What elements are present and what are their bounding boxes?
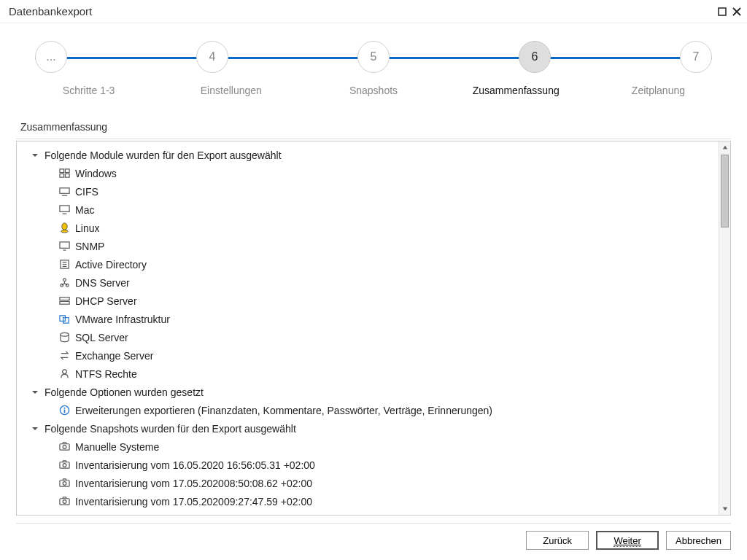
- tree-item-label: Inventarisierung vom 17.05.202008:50:08.…: [75, 478, 312, 489]
- summary-panel: Folgende Module wurden für den Export au…: [16, 141, 731, 516]
- scroll-thumb[interactable]: [721, 155, 729, 228]
- tree-item-label: SQL Server: [75, 332, 128, 343]
- close-button[interactable]: [729, 4, 744, 19]
- tree-section-label: Folgende Snapshots wurden für den Export…: [44, 423, 296, 435]
- svg-point-11: [63, 279, 66, 281]
- back-button[interactable]: Zurück: [526, 531, 589, 550]
- vertical-scrollbar[interactable]: [719, 141, 730, 515]
- tree-item[interactable]: DNS Server: [30, 273, 719, 292]
- tree-section-label: Folgende Optionen wurden gesetzt: [44, 386, 204, 398]
- tree-item[interactable]: Exchange Server: [30, 346, 719, 365]
- svg-point-27: [63, 482, 66, 486]
- tree-section-header[interactable]: Folgende Module wurden für den Export au…: [30, 146, 719, 164]
- svg-rect-9: [59, 242, 69, 248]
- svg-rect-15: [59, 301, 69, 304]
- chevron-down-icon: [30, 424, 40, 434]
- svg-rect-0: [719, 8, 726, 15]
- step-label-2: Einstellungen: [160, 85, 302, 96]
- svg-rect-2: [65, 169, 69, 173]
- window-title: Datenbankexport: [9, 5, 715, 18]
- tree-item[interactable]: SQL Server: [30, 328, 719, 346]
- tree-item[interactable]: Manuelle Systeme: [30, 438, 719, 456]
- svg-point-8: [61, 230, 67, 233]
- step-circle-4[interactable]: 6: [519, 41, 551, 73]
- vmware-icon: [58, 314, 71, 325]
- tree-item-label: DNS Server: [75, 277, 130, 289]
- tree-item[interactable]: Inventarisierung vom 17.05.202008:50:08.…: [30, 474, 719, 492]
- tree-item-label: Erweiterungen exportieren (Finanzdaten, …: [75, 405, 492, 416]
- tree-item-label: SNMP: [75, 241, 104, 252]
- mac-icon: [58, 204, 71, 216]
- svg-point-19: [62, 370, 66, 374]
- step-circle-2[interactable]: 4: [196, 41, 228, 73]
- dhcp-icon: [58, 295, 71, 307]
- scroll-down-button[interactable]: [719, 503, 731, 515]
- svg-rect-4: [65, 174, 69, 177]
- titlebar-buttons: [715, 4, 744, 19]
- svg-rect-14: [59, 298, 69, 300]
- tree-item[interactable]: Inventarisierung vom 16.05.2020 16:56:05…: [30, 456, 719, 474]
- tree-item-label: CIFS: [75, 186, 98, 198]
- summary-tree: Folgende Module wurden für den Export au…: [17, 141, 719, 515]
- close-icon: [732, 7, 741, 16]
- tree-section-header[interactable]: Folgende Optionen wurden gesetzt: [30, 383, 719, 401]
- tree-item-label: VMware Infrastruktur: [75, 314, 170, 325]
- snapshot-icon: [58, 441, 71, 453]
- tree-item-label: Mac: [75, 204, 94, 216]
- wizard-footer: Zurück Weiter Abbrechen: [0, 524, 747, 560]
- step-label-3: Snapshots: [302, 85, 444, 96]
- chevron-down-icon: [30, 387, 40, 397]
- svg-point-18: [60, 332, 68, 336]
- tree-item[interactable]: Mac: [30, 201, 719, 219]
- maximize-button[interactable]: [715, 4, 729, 19]
- section-title: Zusammenfassung: [20, 121, 727, 133]
- svg-rect-17: [63, 318, 69, 324]
- svg-rect-3: [59, 174, 63, 177]
- tree-item[interactable]: CIFS: [30, 182, 719, 201]
- snapshot-icon: [58, 459, 71, 471]
- scroll-up-button[interactable]: [719, 141, 731, 153]
- tree-section-header[interactable]: Folgende Snapshots wurden für den Export…: [30, 419, 719, 438]
- tree-item[interactable]: NTFS Rechte: [30, 365, 719, 383]
- tree-item[interactable]: Active Directory: [30, 255, 719, 273]
- tree-item[interactable]: DHCP Server: [30, 292, 719, 310]
- tree-item-label: Exchange Server: [75, 350, 153, 362]
- cancel-button[interactable]: Abbrechen: [666, 531, 731, 550]
- tree-item[interactable]: Inventarisierung vom 17.05.202009:27:47.…: [30, 492, 719, 510]
- tree-item[interactable]: VMware Infrastruktur: [30, 310, 719, 328]
- wizard-stepper: ...4567 Schritte 1-3EinstellungenSnapsho…: [0, 41, 747, 96]
- titlebar: Datenbankexport: [0, 0, 747, 23]
- tree-item[interactable]: Erweiterungen exportieren (Finanzdaten, …: [30, 401, 719, 419]
- snmp-icon: [58, 241, 71, 252]
- step-circle-5[interactable]: 7: [680, 41, 712, 73]
- next-button[interactable]: Weiter: [596, 531, 659, 550]
- dns-icon: [58, 277, 71, 289]
- tree-item-label: Inventarisierung vom 17.05.202009:27:47.…: [75, 496, 312, 508]
- divider: [16, 139, 731, 139]
- wizard-window: Datenbankexport ...4567 Schritte 1-3Eins…: [0, 0, 747, 560]
- tree-item[interactable]: Linux: [30, 219, 719, 237]
- info-icon: [58, 405, 71, 416]
- chevron-down-icon: [30, 150, 40, 160]
- tree-item-label: Active Directory: [75, 259, 147, 271]
- windows-icon: [58, 168, 71, 179]
- svg-point-21: [63, 408, 65, 409]
- step-label-4: Zusammenfassung: [445, 85, 587, 96]
- svg-point-29: [63, 500, 66, 504]
- step-circle-1[interactable]: ...: [35, 41, 67, 73]
- tree-item[interactable]: Windows: [30, 164, 719, 182]
- tree-item-label: Windows: [75, 168, 117, 179]
- step-circle-3[interactable]: 5: [357, 41, 390, 73]
- tree-item-label: Linux: [75, 222, 99, 234]
- snapshot-icon: [58, 496, 71, 508]
- linux-icon: [58, 222, 71, 234]
- tree-item[interactable]: SNMP: [30, 237, 719, 255]
- step-label-1: Schritte 1-3: [18, 85, 160, 96]
- tree-item-label: DHCP Server: [75, 295, 137, 307]
- snapshot-icon: [58, 478, 71, 489]
- svg-rect-16: [59, 316, 65, 322]
- tree-item-label: Inventarisierung vom 16.05.2020 16:56:05…: [75, 459, 315, 471]
- step-label-5: Zeitplanung: [587, 85, 729, 96]
- maximize-icon: [718, 7, 727, 16]
- svg-point-7: [61, 223, 67, 230]
